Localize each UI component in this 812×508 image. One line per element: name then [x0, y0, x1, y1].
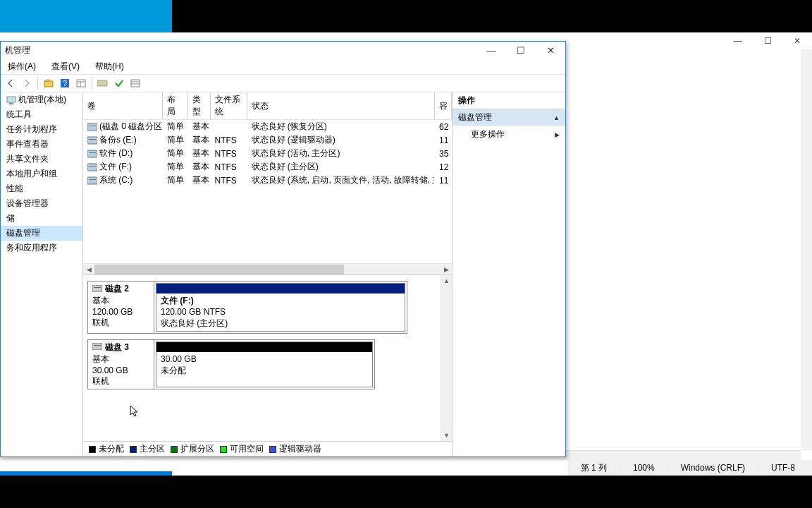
- svg-rect-15: [89, 139, 96, 140]
- forward-button[interactable]: [20, 76, 34, 90]
- menu-help[interactable]: 帮助(H): [92, 60, 127, 73]
- col-volume[interactable]: 卷: [83, 92, 162, 120]
- collapse-icon: ▲: [553, 114, 560, 121]
- cell-volume: (磁盘 0 磁盘分区 2): [83, 120, 162, 134]
- window-title: 机管理: [5, 44, 30, 56]
- scroll-left-icon[interactable]: ◀: [83, 264, 94, 275]
- toolbar: ?: [1, 74, 565, 92]
- actions-more[interactable]: 更多操作 ▶: [453, 126, 565, 143]
- tree-item-services[interactable]: 务和应用程序: [1, 241, 82, 255]
- scroll-up-icon[interactable]: ▲: [441, 275, 452, 286]
- cell-status: 状态良好 (逻辑驱动器): [247, 133, 435, 147]
- table-row[interactable]: 软件 (D:)简单基本NTFS状态良好 (活动, 主分区)35: [83, 147, 452, 160]
- background-window-title: [172, 32, 785, 41]
- svg-rect-10: [7, 97, 16, 102]
- col-filesystem[interactable]: 文件系统: [210, 92, 247, 120]
- disk-2-info[interactable]: 磁盘 2 基本 120.00 GB 联机: [87, 281, 154, 334]
- check-icon: [114, 78, 124, 88]
- actions-header: 操作: [453, 92, 565, 109]
- cell-volume: 软件 (D:): [83, 147, 162, 160]
- actions-pane: 操作 磁盘管理 ▲ 更多操作 ▶: [453, 92, 565, 456]
- legend-unallocated: 未分配: [89, 443, 124, 455]
- volume-hscrollbar[interactable]: ◀ ▶: [83, 263, 452, 274]
- tree-item-event-viewer[interactable]: 事件查看器: [1, 137, 82, 152]
- cell-status: 状态良好 (主分区): [247, 160, 435, 174]
- help-button[interactable]: [96, 76, 110, 90]
- taskbar-background: [0, 471, 172, 476]
- cell-fs: NTFS: [210, 174, 247, 187]
- tree-item-disk-management[interactable]: 磁盘管理: [1, 226, 82, 241]
- cell-fs: NTFS: [210, 160, 247, 174]
- table-row[interactable]: 文件 (F:)简单基本NTFS状态良好 (主分区)12: [83, 160, 452, 174]
- bg-close-button[interactable]: ✕: [782, 32, 812, 49]
- partition-status: 未分配: [161, 365, 368, 376]
- up-button[interactable]: [42, 76, 56, 90]
- minimize-button[interactable]: —: [476, 42, 506, 59]
- back-icon: [6, 78, 16, 88]
- status-encoding: Windows (CRLF): [668, 463, 758, 473]
- table-row[interactable]: 系统 (C:)简单基本NTFS状态良好 (系统, 启动, 页面文件, 活动, 故…: [83, 174, 452, 187]
- properties-button[interactable]: [74, 76, 88, 90]
- maximize-button[interactable]: ☐: [506, 42, 536, 59]
- scroll-down-icon[interactable]: ▼: [441, 430, 452, 441]
- background-vertical-scrollbar[interactable]: [801, 49, 812, 450]
- volume-table[interactable]: 卷 布局 类型 文件系统 状态 容 (磁盘 0 磁盘分区 2)简单基本状态良好 …: [83, 92, 452, 187]
- menu-view[interactable]: 查看(V): [49, 60, 82, 73]
- disk-3-info[interactable]: 磁盘 3 基本 30.00 GB 联机: [87, 339, 154, 389]
- disk-3-title: 磁盘 3: [105, 341, 129, 353]
- window-titlebar[interactable]: 机管理 — ☐ ✕: [1, 42, 565, 59]
- cell-capacity: 11: [435, 174, 452, 187]
- cell-layout: 简单: [162, 120, 187, 134]
- volume-icon: [87, 136, 97, 145]
- status-zoom: 100%: [620, 463, 668, 473]
- tree-item-local-users[interactable]: 本地用户和组: [1, 167, 82, 181]
- svg-rect-6: [97, 80, 107, 86]
- disk-row-3: 磁盘 3 基本 30.00 GB 联机 30.00 GB: [87, 339, 436, 389]
- tree-item-storage[interactable]: 储: [1, 211, 82, 226]
- tree-item-system-tools[interactable]: 统工具: [1, 107, 82, 122]
- col-capacity[interactable]: 容: [435, 92, 452, 120]
- svg-rect-17: [89, 152, 96, 153]
- disk-2-partition-f[interactable]: 文件 (F:) 120.00 GB NTFS 状态良好 (主分区): [156, 283, 405, 332]
- col-status[interactable]: 状态: [247, 92, 435, 120]
- back-button[interactable]: [4, 76, 18, 90]
- tree-root[interactable]: 机管理(本地): [1, 92, 82, 107]
- disk-row-2: 磁盘 2 基本 120.00 GB 联机 文件 (F:): [87, 281, 436, 334]
- col-layout[interactable]: 布局: [162, 92, 187, 120]
- bg-maximize-button[interactable]: ☐: [753, 32, 782, 49]
- computer-icon: [6, 95, 16, 105]
- menu-action[interactable]: 操作(A): [5, 60, 39, 73]
- actions-group-disk-management[interactable]: 磁盘管理 ▲: [453, 109, 565, 126]
- partition-stripe: [156, 342, 372, 352]
- col-type[interactable]: 类型: [187, 92, 210, 120]
- cell-volume: 备份s (E:): [83, 133, 162, 147]
- svg-rect-13: [89, 126, 96, 126]
- volume-table-header-row: 卷 布局 类型 文件系统 状态 容: [83, 92, 452, 120]
- refresh-button[interactable]: ?: [58, 76, 72, 90]
- check-button[interactable]: [112, 76, 126, 90]
- scroll-right-icon[interactable]: ▶: [441, 264, 452, 275]
- cell-capacity: 12: [435, 160, 452, 174]
- legend-free: 可用空间: [220, 443, 264, 455]
- disk-3-unallocated[interactable]: 30.00 GB 未分配: [156, 341, 373, 387]
- tree-item-task-scheduler[interactable]: 任务计划程序: [1, 122, 82, 137]
- hscroll-thumb[interactable]: [94, 265, 344, 274]
- tree-item-shared-folders[interactable]: 共享文件夹: [1, 152, 82, 167]
- svg-rect-16: [87, 150, 97, 157]
- disk-vscrollbar[interactable]: ▲ ▼: [441, 275, 452, 441]
- legend-extended: 扩展分区: [171, 443, 214, 455]
- svg-rect-3: [77, 80, 85, 87]
- table-row[interactable]: (磁盘 0 磁盘分区 2)简单基本状态良好 (恢复分区)62: [83, 120, 452, 134]
- close-button[interactable]: ✕: [536, 42, 565, 59]
- bg-minimize-button[interactable]: —: [723, 32, 753, 49]
- chevron-right-icon: ▶: [555, 131, 560, 138]
- navigation-tree[interactable]: 机管理(本地) 统工具 任务计划程序 事件查看器 共享文件夹 本地用户和组 性能…: [1, 92, 83, 456]
- disk-legend: 未分配 主分区 扩展分区 可用空间 逻辑驱动器: [83, 441, 452, 456]
- computer-management-window: 机管理 — ☐ ✕ 操作(A) 查看(V) 帮助(H) ?: [0, 41, 566, 457]
- table-row[interactable]: 备份s (E:)简单基本NTFS状态良好 (逻辑驱动器)11: [83, 133, 452, 147]
- partition-detail: 30.00 GB: [161, 353, 368, 365]
- tree-item-performance[interactable]: 性能: [1, 181, 82, 196]
- status-charset: UTF-8: [758, 463, 808, 473]
- tree-item-device-manager[interactable]: 设备管理器: [1, 196, 82, 211]
- list-button[interactable]: [128, 76, 142, 90]
